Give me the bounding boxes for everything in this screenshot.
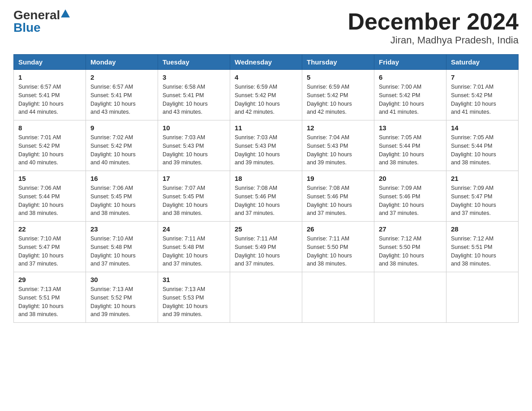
day-info: Sunrise: 7:11 AMSunset: 5:50 PMDaylight:…	[307, 235, 369, 268]
day-info: Sunrise: 7:00 AMSunset: 5:42 PMDaylight:…	[379, 83, 442, 116]
header-friday: Friday	[374, 55, 446, 70]
logo-blue: Blue	[13, 21, 41, 34]
header-saturday: Saturday	[446, 55, 519, 70]
day-cell: 14Sunrise: 7:05 AMSunset: 5:44 PMDayligh…	[446, 120, 519, 171]
day-number: 22	[18, 225, 81, 233]
header-wednesday: Wednesday	[230, 55, 302, 70]
page-subtitle: Jiran, Madhya Pradesh, India	[348, 34, 519, 46]
day-info: Sunrise: 6:58 AMSunset: 5:41 PMDaylight:…	[163, 83, 225, 116]
day-number: 8	[18, 124, 81, 132]
logo-general: General	[13, 9, 60, 21]
day-cell: 16Sunrise: 7:06 AMSunset: 5:45 PMDayligh…	[86, 171, 158, 222]
day-number: 13	[379, 124, 442, 132]
day-info: Sunrise: 7:11 AMSunset: 5:49 PMDaylight:…	[235, 235, 297, 268]
logo: General Blue	[13, 9, 70, 34]
day-number: 11	[235, 124, 297, 132]
day-number: 28	[451, 225, 514, 233]
day-info: Sunrise: 6:59 AMSunset: 5:42 PMDaylight:…	[235, 83, 297, 116]
day-cell: 6Sunrise: 7:00 AMSunset: 5:42 PMDaylight…	[374, 70, 446, 120]
day-cell: 31Sunrise: 7:13 AMSunset: 5:53 PMDayligh…	[158, 272, 230, 323]
day-cell	[230, 272, 302, 323]
day-info: Sunrise: 7:01 AMSunset: 5:42 PMDaylight:…	[451, 83, 514, 116]
day-number: 25	[235, 225, 297, 233]
day-cell: 9Sunrise: 7:02 AMSunset: 5:42 PMDaylight…	[86, 120, 158, 171]
day-cell: 12Sunrise: 7:04 AMSunset: 5:43 PMDayligh…	[302, 120, 374, 171]
day-info: Sunrise: 7:07 AMSunset: 5:45 PMDaylight:…	[163, 184, 225, 218]
day-number: 3	[163, 73, 225, 81]
day-number: 9	[90, 124, 153, 132]
day-info: Sunrise: 7:08 AMSunset: 5:46 PMDaylight:…	[235, 184, 297, 218]
day-cell: 29Sunrise: 7:13 AMSunset: 5:51 PMDayligh…	[14, 272, 86, 323]
day-cell: 3Sunrise: 6:58 AMSunset: 5:41 PMDaylight…	[158, 70, 230, 120]
week-row-5: 29Sunrise: 7:13 AMSunset: 5:51 PMDayligh…	[14, 272, 519, 323]
day-cell: 2Sunrise: 6:57 AMSunset: 5:41 PMDaylight…	[86, 70, 158, 120]
day-cell: 28Sunrise: 7:12 AMSunset: 5:51 PMDayligh…	[446, 222, 519, 272]
day-number: 26	[307, 225, 369, 233]
day-cell	[302, 272, 374, 323]
day-number: 23	[90, 225, 153, 233]
day-number: 27	[379, 225, 442, 233]
day-info: Sunrise: 7:06 AMSunset: 5:44 PMDaylight:…	[18, 184, 81, 218]
day-number: 10	[163, 124, 225, 132]
week-row-3: 15Sunrise: 7:06 AMSunset: 5:44 PMDayligh…	[14, 171, 519, 222]
day-cell: 27Sunrise: 7:12 AMSunset: 5:50 PMDayligh…	[374, 222, 446, 272]
day-number: 21	[451, 175, 514, 182]
day-info: Sunrise: 7:06 AMSunset: 5:45 PMDaylight:…	[90, 184, 153, 218]
day-info: Sunrise: 6:57 AMSunset: 5:41 PMDaylight:…	[90, 83, 153, 116]
day-cell: 26Sunrise: 7:11 AMSunset: 5:50 PMDayligh…	[302, 222, 374, 272]
day-number: 2	[90, 73, 153, 81]
day-info: Sunrise: 7:03 AMSunset: 5:43 PMDaylight:…	[163, 133, 225, 167]
day-info: Sunrise: 7:13 AMSunset: 5:51 PMDaylight:…	[18, 285, 81, 319]
day-info: Sunrise: 7:03 AMSunset: 5:43 PMDaylight:…	[235, 133, 297, 167]
header-thursday: Thursday	[302, 55, 374, 70]
day-cell: 19Sunrise: 7:08 AMSunset: 5:46 PMDayligh…	[302, 171, 374, 222]
day-number: 7	[451, 73, 514, 81]
day-cell: 25Sunrise: 7:11 AMSunset: 5:49 PMDayligh…	[230, 222, 302, 272]
day-cell: 22Sunrise: 7:10 AMSunset: 5:47 PMDayligh…	[14, 222, 86, 272]
day-cell: 5Sunrise: 6:59 AMSunset: 5:42 PMDaylight…	[302, 70, 374, 120]
day-info: Sunrise: 7:05 AMSunset: 5:44 PMDaylight:…	[451, 133, 514, 167]
day-info: Sunrise: 7:12 AMSunset: 5:50 PMDaylight:…	[379, 235, 442, 268]
day-cell: 15Sunrise: 7:06 AMSunset: 5:44 PMDayligh…	[14, 171, 86, 222]
day-info: Sunrise: 7:02 AMSunset: 5:42 PMDaylight:…	[90, 133, 153, 167]
day-cell: 18Sunrise: 7:08 AMSunset: 5:46 PMDayligh…	[230, 171, 302, 222]
week-row-2: 8Sunrise: 7:01 AMSunset: 5:42 PMDaylight…	[14, 120, 519, 171]
day-number: 4	[235, 73, 297, 81]
calendar-table: SundayMondayTuesdayWednesdayThursdayFrid…	[13, 54, 519, 323]
day-info: Sunrise: 7:05 AMSunset: 5:44 PMDaylight:…	[379, 133, 442, 167]
day-number: 1	[18, 73, 81, 81]
day-info: Sunrise: 7:11 AMSunset: 5:48 PMDaylight:…	[163, 235, 225, 268]
day-info: Sunrise: 7:01 AMSunset: 5:42 PMDaylight:…	[18, 133, 81, 167]
day-number: 24	[163, 225, 225, 233]
day-number: 31	[163, 276, 225, 283]
header-sunday: Sunday	[14, 55, 86, 70]
day-number: 12	[307, 124, 369, 132]
day-number: 30	[90, 276, 153, 283]
day-info: Sunrise: 7:12 AMSunset: 5:51 PMDaylight:…	[451, 235, 514, 268]
day-number: 17	[163, 175, 225, 182]
day-cell: 23Sunrise: 7:10 AMSunset: 5:48 PMDayligh…	[86, 222, 158, 272]
day-info: Sunrise: 7:04 AMSunset: 5:43 PMDaylight:…	[307, 133, 369, 167]
day-cell: 13Sunrise: 7:05 AMSunset: 5:44 PMDayligh…	[374, 120, 446, 171]
title-block: December 2024 Jiran, Madhya Pradesh, Ind…	[348, 9, 519, 46]
day-cell: 10Sunrise: 7:03 AMSunset: 5:43 PMDayligh…	[158, 120, 230, 171]
day-cell: 7Sunrise: 7:01 AMSunset: 5:42 PMDaylight…	[446, 70, 519, 120]
day-cell: 4Sunrise: 6:59 AMSunset: 5:42 PMDaylight…	[230, 70, 302, 120]
day-info: Sunrise: 6:59 AMSunset: 5:42 PMDaylight:…	[307, 83, 369, 116]
day-cell	[374, 272, 446, 323]
day-info: Sunrise: 7:13 AMSunset: 5:53 PMDaylight:…	[163, 285, 225, 319]
day-cell: 30Sunrise: 7:13 AMSunset: 5:52 PMDayligh…	[86, 272, 158, 323]
header-row: SundayMondayTuesdayWednesdayThursdayFrid…	[14, 55, 519, 70]
day-info: Sunrise: 7:08 AMSunset: 5:46 PMDaylight:…	[307, 184, 369, 218]
day-info: Sunrise: 7:09 AMSunset: 5:47 PMDaylight:…	[451, 184, 514, 218]
day-number: 5	[307, 73, 369, 81]
page-header: General Blue December 2024 Jiran, Madhya…	[13, 9, 519, 46]
logo-triangle-icon	[61, 9, 70, 17]
day-info: Sunrise: 7:09 AMSunset: 5:46 PMDaylight:…	[379, 184, 442, 218]
day-number: 6	[379, 73, 442, 81]
day-info: Sunrise: 6:57 AMSunset: 5:41 PMDaylight:…	[18, 83, 81, 116]
day-cell: 1Sunrise: 6:57 AMSunset: 5:41 PMDaylight…	[14, 70, 86, 120]
day-number: 18	[235, 175, 297, 182]
calendar-body: 1Sunrise: 6:57 AMSunset: 5:41 PMDaylight…	[14, 70, 519, 323]
day-cell: 11Sunrise: 7:03 AMSunset: 5:43 PMDayligh…	[230, 120, 302, 171]
